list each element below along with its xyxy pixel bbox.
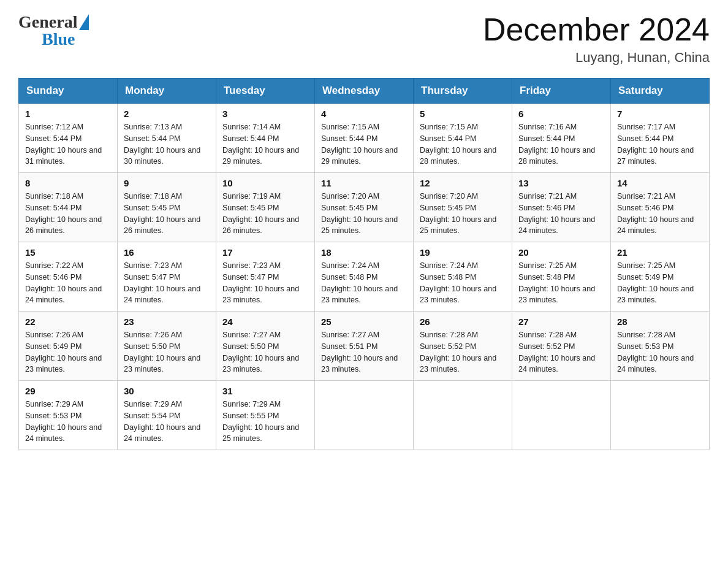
day-info: Sunrise: 7:23 AMSunset: 5:47 PMDaylight:… [222,260,308,306]
day-info: Sunrise: 7:22 AMSunset: 5:46 PMDaylight:… [25,260,111,306]
calendar-cell: 6Sunrise: 7:16 AMSunset: 5:44 PMDaylight… [512,104,611,173]
calendar-cell: 19Sunrise: 7:24 AMSunset: 5:48 PMDayligh… [414,242,512,312]
day-info: Sunrise: 7:26 AMSunset: 5:49 PMDaylight:… [25,329,111,375]
day-info: Sunrise: 7:24 AMSunset: 5:48 PMDaylight:… [420,260,506,306]
calendar-cell: 17Sunrise: 7:23 AMSunset: 5:47 PMDayligh… [216,242,315,312]
day-info: Sunrise: 7:25 AMSunset: 5:49 PMDaylight:… [617,260,703,306]
day-number: 11 [321,178,407,188]
day-number: 29 [25,386,111,396]
calendar-cell: 7Sunrise: 7:17 AMSunset: 5:44 PMDaylight… [611,104,710,173]
calendar-cell: 8Sunrise: 7:18 AMSunset: 5:44 PMDaylight… [19,173,118,242]
week-row-3: 15Sunrise: 7:22 AMSunset: 5:46 PMDayligh… [19,242,710,312]
calendar-cell: 21Sunrise: 7:25 AMSunset: 5:49 PMDayligh… [611,242,710,312]
day-info: Sunrise: 7:18 AMSunset: 5:44 PMDaylight:… [25,191,111,237]
day-info: Sunrise: 7:29 AMSunset: 5:55 PMDaylight:… [222,399,308,445]
day-number: 12 [420,178,506,188]
day-info: Sunrise: 7:15 AMSunset: 5:44 PMDaylight:… [321,121,407,167]
title-area: December 2024 Luyang, Hunan, China [483,12,710,66]
calendar-cell: 13Sunrise: 7:21 AMSunset: 5:46 PMDayligh… [512,173,611,242]
day-number: 28 [617,316,703,327]
logo-arrow-icon [79,14,89,30]
day-number: 19 [420,247,506,258]
header-monday: Monday [118,79,216,104]
day-info: Sunrise: 7:20 AMSunset: 5:45 PMDaylight:… [321,191,407,237]
day-info: Sunrise: 7:15 AMSunset: 5:44 PMDaylight:… [420,121,506,167]
header-saturday: Saturday [611,79,710,104]
calendar-cell: 24Sunrise: 7:27 AMSunset: 5:50 PMDayligh… [216,312,315,381]
calendar-cell: 1Sunrise: 7:12 AMSunset: 5:44 PMDaylight… [19,104,118,173]
calendar-cell [512,381,611,450]
day-info: Sunrise: 7:29 AMSunset: 5:54 PMDaylight:… [124,399,210,445]
calendar-cell: 15Sunrise: 7:22 AMSunset: 5:46 PMDayligh… [19,242,118,312]
calendar-cell: 27Sunrise: 7:28 AMSunset: 5:52 PMDayligh… [512,312,611,381]
day-info: Sunrise: 7:27 AMSunset: 5:51 PMDaylight:… [321,329,407,375]
day-info: Sunrise: 7:20 AMSunset: 5:45 PMDaylight:… [420,191,506,237]
calendar-cell: 11Sunrise: 7:20 AMSunset: 5:45 PMDayligh… [315,173,414,242]
day-number: 15 [25,247,111,258]
month-title: December 2024 [483,12,710,47]
day-number: 5 [420,109,506,119]
day-info: Sunrise: 7:24 AMSunset: 5:48 PMDaylight:… [321,260,407,306]
day-number: 3 [222,109,308,119]
day-number: 6 [518,109,604,119]
header-sunday: Sunday [19,79,118,104]
calendar-cell: 31Sunrise: 7:29 AMSunset: 5:55 PMDayligh… [216,381,315,450]
weekday-header-row: Sunday Monday Tuesday Wednesday Thursday… [19,79,710,104]
calendar-cell: 10Sunrise: 7:19 AMSunset: 5:45 PMDayligh… [216,173,315,242]
calendar-cell: 25Sunrise: 7:27 AMSunset: 5:51 PMDayligh… [315,312,414,381]
page-header: General Blue December 2024 Luyang, Hunan… [18,12,710,66]
calendar-cell: 2Sunrise: 7:13 AMSunset: 5:44 PMDaylight… [118,104,216,173]
header-tuesday: Tuesday [216,79,315,104]
day-info: Sunrise: 7:19 AMSunset: 5:45 PMDaylight:… [222,191,308,237]
week-row-1: 1Sunrise: 7:12 AMSunset: 5:44 PMDaylight… [19,104,710,173]
calendar-cell [611,381,710,450]
day-info: Sunrise: 7:28 AMSunset: 5:53 PMDaylight:… [617,329,703,375]
day-number: 16 [124,247,210,258]
day-number: 25 [321,316,407,327]
calendar-cell: 5Sunrise: 7:15 AMSunset: 5:44 PMDaylight… [414,104,512,173]
calendar-cell: 30Sunrise: 7:29 AMSunset: 5:54 PMDayligh… [118,381,216,450]
calendar-cell: 18Sunrise: 7:24 AMSunset: 5:48 PMDayligh… [315,242,414,312]
calendar-cell: 4Sunrise: 7:15 AMSunset: 5:44 PMDaylight… [315,104,414,173]
day-number: 1 [25,109,111,119]
calendar-cell: 22Sunrise: 7:26 AMSunset: 5:49 PMDayligh… [19,312,118,381]
header-thursday: Thursday [414,79,512,104]
logo-blue-text: Blue [42,29,75,49]
header-friday: Friday [512,79,611,104]
day-info: Sunrise: 7:16 AMSunset: 5:44 PMDaylight:… [518,121,604,167]
day-info: Sunrise: 7:28 AMSunset: 5:52 PMDaylight:… [518,329,604,375]
calendar-cell: 3Sunrise: 7:14 AMSunset: 5:44 PMDaylight… [216,104,315,173]
day-info: Sunrise: 7:27 AMSunset: 5:50 PMDaylight:… [222,329,308,375]
day-info: Sunrise: 7:21 AMSunset: 5:46 PMDaylight:… [518,191,604,237]
calendar-cell [414,381,512,450]
day-number: 20 [518,247,604,258]
calendar-cell: 23Sunrise: 7:26 AMSunset: 5:50 PMDayligh… [118,312,216,381]
day-number: 22 [25,316,111,327]
day-info: Sunrise: 7:18 AMSunset: 5:45 PMDaylight:… [124,191,210,237]
day-number: 23 [124,316,210,327]
calendar-cell: 26Sunrise: 7:28 AMSunset: 5:52 PMDayligh… [414,312,512,381]
day-number: 18 [321,247,407,258]
day-info: Sunrise: 7:28 AMSunset: 5:52 PMDaylight:… [420,329,506,375]
calendar-table: Sunday Monday Tuesday Wednesday Thursday… [18,78,710,450]
day-number: 10 [222,178,308,188]
day-info: Sunrise: 7:21 AMSunset: 5:46 PMDaylight:… [617,191,703,237]
header-wednesday: Wednesday [315,79,414,104]
day-info: Sunrise: 7:14 AMSunset: 5:44 PMDaylight:… [222,121,308,167]
calendar-cell: 9Sunrise: 7:18 AMSunset: 5:45 PMDaylight… [118,173,216,242]
day-number: 17 [222,247,308,258]
day-info: Sunrise: 7:12 AMSunset: 5:44 PMDaylight:… [25,121,111,167]
day-number: 8 [25,178,111,188]
day-number: 7 [617,109,703,119]
day-number: 21 [617,247,703,258]
week-row-2: 8Sunrise: 7:18 AMSunset: 5:44 PMDaylight… [19,173,710,242]
day-number: 14 [617,178,703,188]
day-number: 27 [518,316,604,327]
day-number: 13 [518,178,604,188]
day-number: 31 [222,386,308,396]
day-info: Sunrise: 7:13 AMSunset: 5:44 PMDaylight:… [124,121,210,167]
day-number: 30 [124,386,210,396]
day-info: Sunrise: 7:25 AMSunset: 5:48 PMDaylight:… [518,260,604,306]
day-info: Sunrise: 7:23 AMSunset: 5:47 PMDaylight:… [124,260,210,306]
day-number: 4 [321,109,407,119]
